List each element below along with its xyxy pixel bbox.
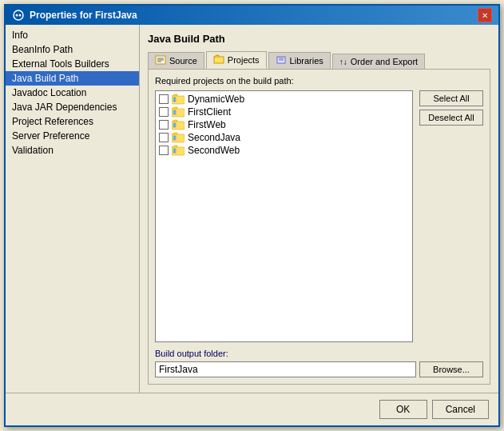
checkbox-dynamicweb[interactable]	[159, 94, 169, 104]
content-area: Info BeanInfo Path External Tools Builde…	[6, 25, 498, 393]
tabs: Source Projects	[148, 51, 490, 69]
build-output-label: Build output folder:	[155, 349, 483, 358]
project-item-firstweb[interactable]: FirstWeb	[157, 118, 411, 131]
svg-point-1	[16, 14, 18, 17]
sidebar-item-info[interactable]: Info	[6, 28, 139, 42]
project-label-secondweb: SecondWeb	[188, 145, 240, 156]
project-item-secondjava[interactable]: SecondJava	[157, 131, 411, 144]
folder-icon-dynamicweb	[172, 94, 185, 105]
svg-point-0	[14, 10, 23, 20]
sidebar-item-javadoc[interactable]: Javadoc Location	[6, 86, 139, 100]
project-label-firstclient: FirstClient	[188, 106, 231, 118]
cancel-button[interactable]: Cancel	[432, 400, 489, 419]
libraries-tab-icon	[276, 55, 287, 66]
sidebar-item-validation[interactable]: Validation	[6, 143, 139, 158]
svg-point-2	[19, 14, 22, 17]
sidebar-item-server-pref[interactable]: Server Preference	[6, 129, 139, 143]
project-label-firstweb: FirstWeb	[188, 119, 226, 130]
build-output-input[interactable]	[155, 361, 416, 377]
order-export-tab-icon: ↑↓	[339, 58, 347, 66]
folder-icon-firstweb	[172, 119, 185, 130]
dialog-icon	[12, 9, 25, 22]
project-item-dynamicweb[interactable]: DynamicWeb	[157, 93, 411, 106]
main-panel: Java Build Path Source	[140, 25, 498, 393]
deselect-all-button[interactable]: Deselect All	[419, 110, 483, 126]
tab-order-export[interactable]: ↑↓ Order and Export	[332, 54, 425, 69]
project-item-secondweb[interactable]: SecondWeb	[157, 144, 411, 157]
ok-button[interactable]: OK	[379, 400, 427, 419]
sidebar-item-external-tools[interactable]: External Tools Builders	[6, 57, 139, 71]
sidebar-item-java-build-path[interactable]: Java Build Path	[6, 71, 139, 86]
panel-title: Java Build Path	[148, 33, 490, 45]
title-bar-left: Properties for FirstJava	[12, 9, 137, 22]
tab-source-label: Source	[169, 56, 197, 66]
title-bar: Properties for FirstJava ✕	[6, 6, 498, 25]
project-label-secondjava: SecondJava	[188, 132, 240, 143]
checkbox-firstclient[interactable]	[159, 107, 169, 117]
folder-icon-firstclient	[172, 106, 185, 118]
footer-bar: OK Cancel	[6, 393, 498, 425]
project-label-dynamicweb: DynamicWeb	[188, 94, 244, 105]
project-buttons: Select All Deselect All	[419, 90, 483, 342]
tab-libraries[interactable]: Libraries	[268, 52, 331, 69]
build-output-row: Browse...	[155, 361, 483, 377]
browse-button[interactable]: Browse...	[419, 361, 483, 377]
sidebar: Info BeanInfo Path External Tools Builde…	[6, 25, 140, 393]
projects-area: DynamicWeb FirstClient	[155, 90, 483, 342]
tab-libraries-label: Libraries	[290, 56, 323, 66]
folder-icon-secondjava	[172, 132, 185, 143]
projects-list: DynamicWeb FirstClient	[155, 90, 413, 342]
select-all-button[interactable]: Select All	[419, 90, 483, 106]
checkbox-secondjava[interactable]	[159, 133, 169, 142]
source-tab-icon	[155, 55, 166, 66]
build-output-section: Build output folder: Browse...	[155, 349, 483, 377]
projects-tab-icon	[213, 54, 224, 66]
checkbox-secondweb[interactable]	[159, 146, 169, 155]
sidebar-item-beaninfo[interactable]: BeanInfo Path	[6, 42, 139, 57]
tab-description: Required projects on the build path:	[155, 76, 483, 86]
folder-icon-secondweb	[172, 145, 185, 156]
tab-content: Required projects on the build path:	[148, 69, 490, 385]
svg-rect-7	[214, 57, 224, 63]
project-item-firstclient[interactable]: FirstClient	[157, 106, 411, 118]
properties-dialog: Properties for FirstJava ✕ Info BeanInfo…	[4, 4, 500, 427]
dialog-title: Properties for FirstJava	[30, 10, 137, 21]
sidebar-item-project-refs[interactable]: Project References	[6, 114, 139, 129]
tab-projects-label: Projects	[228, 55, 260, 65]
sidebar-item-jar-deps[interactable]: Java JAR Dependencies	[6, 100, 139, 114]
close-button[interactable]: ✕	[478, 8, 492, 22]
tab-projects[interactable]: Projects	[206, 51, 267, 69]
checkbox-firstweb[interactable]	[159, 120, 169, 130]
tab-order-export-label: Order and Export	[351, 57, 418, 66]
tab-source[interactable]: Source	[148, 52, 204, 69]
